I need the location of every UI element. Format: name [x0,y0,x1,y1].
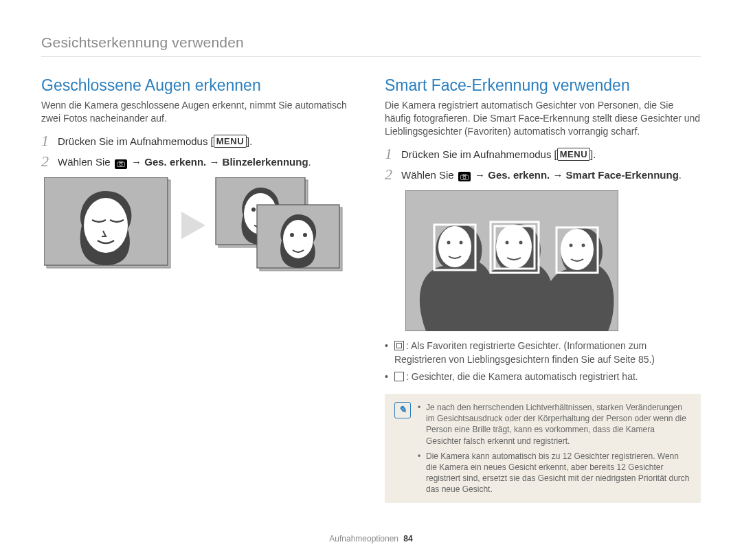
bullet-dot: • [418,402,426,447]
blink-illustration [44,177,357,280]
svg-point-22 [496,225,532,269]
note-text: Die Kamera kann automatisch bis zu 12 Ge… [426,451,691,495]
left-steps: 1 Drücken Sie im Aufnahmemodus [MENU]. 2… [41,135,357,170]
step-body: Drücken Sie im Aufnahmemodus [MENU]. [58,135,357,148]
svg-point-15 [290,233,294,237]
right-steps: 1 Drücken Sie im Aufnahmemodus [MENU]. 2… [385,148,701,183]
right-column: Smart Face-Erkennung verwenden Die Kamer… [385,76,701,503]
legend-text: : Gesichter, die die Kamera automatisch … [394,370,638,384]
left-step-1: 1 Drücken Sie im Aufnahmemodus [MENU]. [41,135,357,148]
step-text: Wählen Sie [401,169,457,181]
note-list: •Je nach den herrschenden Lichtverhältni… [418,402,691,495]
svg-rect-18 [463,174,466,175]
svg-point-24 [447,241,451,245]
step-number: 1 [385,146,401,161]
step-number: 2 [385,167,401,182]
svg-marker-6 [181,212,205,239]
right-intro: Die Kamera registriert automatisch Gesic… [385,99,701,138]
step-text: Wählen Sie [58,156,113,168]
step-text: Drücken Sie im Aufnahmemodus [ [58,135,214,147]
svg-rect-1 [120,161,122,163]
svg-point-16 [303,233,307,237]
step-text: ]. [590,148,596,160]
svg-point-5 [84,198,128,253]
svg-point-25 [460,241,463,245]
legend-list: • : Als Favoriten registrierte Gesichter… [385,339,701,384]
page-footer: Aufnahmeoptionen 84 [0,534,742,544]
svg-point-27 [519,241,523,245]
svg-point-29 [582,244,585,247]
bullet-dot: • [385,370,394,384]
smartface-illustration [405,190,701,331]
step-text-bold: → Ges. erkenn. → Blinzelerkennung [128,156,308,168]
favorite-face-frame-icon [394,341,404,350]
left-column: Geschlossene Augen erkennen Wenn die Kam… [41,76,357,503]
step-body: Drücken Sie im Aufnahmemodus [MENU]. [401,148,701,161]
note-item: •Die Kamera kann automatisch bis zu 12 G… [418,451,691,495]
step-number: 2 [41,154,58,169]
note-box: ✎ •Je nach den herrschenden Lichtverhält… [385,394,701,504]
left-step-2: 2 Wählen Sie → Ges. erkenn. → Blinzelerk… [41,155,357,169]
right-step-2: 2 Wählen Sie → Ges. erkenn. → Smart Face… [385,168,701,182]
legend-label: : Gesichter, die die Kamera automatisch … [406,371,638,382]
left-intro: Wenn die Kamera geschlossene Augen erken… [41,99,357,125]
footer-label: Aufnahmeoptionen [329,534,398,544]
step-body: Wählen Sie → Ges. erkenn. → Smart Face-E… [401,168,701,182]
svg-point-10 [251,208,256,212]
step-text-bold: → Ges. erkenn. → Smart Face-Erkennung [472,169,679,181]
note-item: •Je nach den herrschenden Lichtverhältni… [418,402,691,447]
footer-page-number: 84 [403,534,412,544]
step-number: 1 [41,133,58,148]
step-text: Drücken Sie im Aufnahmemodus [ [401,148,557,160]
menu-button-label: MENU [557,148,590,161]
note-icon: ✎ [394,402,411,418]
legend-text: : Als Favoriten registrierte Gesichter. … [394,339,701,366]
content-columns: Geschlossene Augen erkennen Wenn die Kam… [41,76,701,503]
menu-button-label: MENU [214,135,247,148]
svg-point-23 [561,229,594,270]
page-header: Gesichtserkennung verwenden [41,34,701,57]
step-text: . [308,156,311,168]
bullet-dot: • [418,451,426,495]
step-body: Wählen Sie → Ges. erkenn. → Blinzelerken… [58,155,357,169]
step-text: ]. [247,135,252,147]
legend-favorite: • : Als Favoriten registrierte Gesichter… [385,339,701,366]
svg-point-21 [438,226,471,267]
camera-icon [458,172,471,181]
bullet-dot: • [385,339,394,353]
auto-face-frame-icon [394,372,404,381]
left-title: Geschlossene Augen erkennen [41,76,357,95]
manual-page: Gesichtserkennung verwenden Geschlossene… [0,0,742,560]
svg-point-28 [570,244,573,247]
right-title: Smart Face-Erkennung verwenden [385,76,701,95]
legend-label: : Als Favoriten registrierte Gesichter. … [394,340,655,365]
svg-point-26 [506,241,509,245]
camera-icon [115,159,127,169]
note-text: Je nach den herrschenden Lichtverhältnis… [426,402,691,447]
right-step-1: 1 Drücken Sie im Aufnahmemodus [MENU]. [385,148,701,161]
legend-auto: • : Gesichter, die die Kamera automatisc… [385,370,701,384]
step-text: . [679,169,682,181]
